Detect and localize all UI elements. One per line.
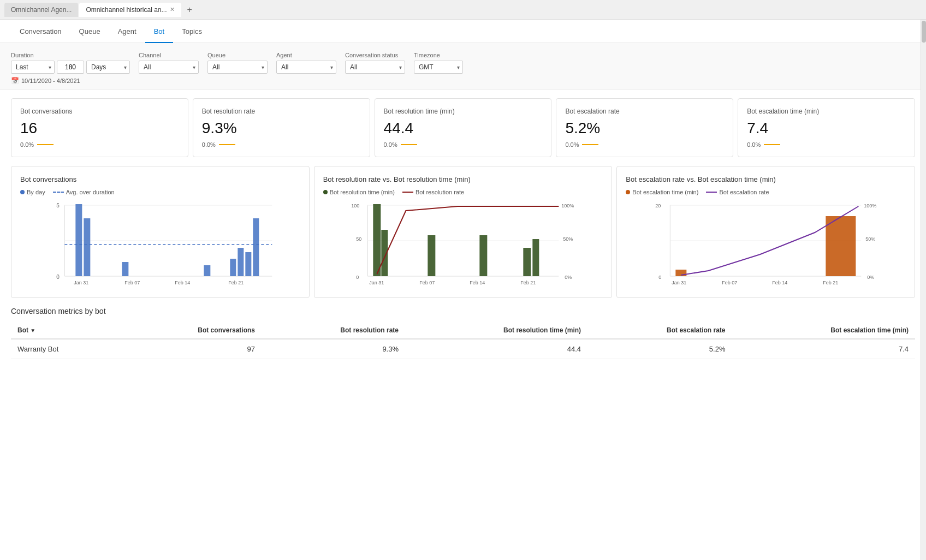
queue-select[interactable]: All — [207, 61, 268, 74]
table-section: Conversation metrics by bot Bot ▼ Bot co… — [0, 307, 926, 370]
conversation-status-select[interactable]: All — [345, 61, 405, 74]
kpi-trend-line-2 — [219, 144, 235, 145]
cell-bot-escalation-rate: 5.2% — [587, 339, 732, 359]
legend-resolution-rate-line: Bot resolution rate — [402, 189, 464, 195]
chart-resolution-svg: 100 50 0 100% 50% 0% — [323, 200, 603, 287]
filter-duration: Duration Last Days — [11, 52, 130, 74]
metrics-table: Bot ▼ Bot conversations Bot resolution r… — [11, 322, 915, 359]
tab-agent[interactable]: Agent — [109, 20, 145, 43]
legend-resolution-time-label: Bot resolution time (min) — [330, 189, 395, 195]
svg-text:0%: 0% — [868, 275, 875, 280]
filter-conversation-status-label: Conversation status — [345, 52, 405, 58]
legend-escalation-rate-color — [706, 192, 717, 193]
legend-avg-dash — [53, 192, 64, 193]
sort-icon-bot[interactable]: ▼ — [30, 327, 35, 333]
duration-prefix-wrapper: Last — [11, 61, 55, 74]
svg-rect-9 — [122, 262, 128, 276]
legend-resolution-time-dot: Bot resolution time (min) — [323, 189, 395, 195]
legend-escalation-rate-label: Bot escalation rate — [719, 189, 769, 195]
chart-resolution-rate-time-title: Bot resolution rate vs. Bot resolution t… — [323, 175, 603, 183]
main-content: Conversation Queue Agent Bot Topics Dura… — [0, 20, 926, 560]
new-tab-button[interactable]: + — [182, 5, 196, 15]
svg-text:Feb 07: Feb 07 — [124, 280, 140, 285]
tab-1[interactable]: Omnichannel Agen... — [4, 3, 78, 17]
channel-select[interactable]: All — [139, 61, 199, 74]
filter-agent: Agent All — [276, 52, 336, 74]
svg-rect-13 — [245, 252, 251, 276]
col-header-resolution-time: Bot resolution time (min) — [405, 322, 587, 339]
kpi-bot-conversations-value: 16 — [20, 120, 179, 137]
tab-2-close[interactable]: ✕ — [170, 6, 175, 13]
kpi-trend-line-3 — [401, 144, 417, 145]
chart-bot-conversations-title: Bot conversations — [20, 175, 300, 183]
filter-duration-controls: Last Days — [11, 61, 130, 74]
chart-escalation-rate-time: Bot escalation rate vs. Bot escalation t… — [616, 166, 915, 298]
svg-rect-33 — [523, 248, 531, 276]
tab-conversation[interactable]: Conversation — [11, 20, 70, 43]
legend-by-day-label: By day — [27, 189, 45, 195]
kpi-bot-conversations: Bot conversations 16 0.0% — [11, 98, 188, 157]
svg-text:0: 0 — [356, 275, 359, 280]
svg-rect-10 — [204, 265, 210, 276]
table-header-row: Bot ▼ Bot conversations Bot resolution r… — [11, 322, 915, 339]
table-row: Warranty Bot 97 9.3% 44.4 5.2% 7.4 — [11, 339, 915, 359]
svg-text:50%: 50% — [866, 236, 876, 242]
svg-text:100%: 100% — [561, 203, 574, 208]
col-header-bot: Bot ▼ — [11, 322, 120, 339]
legend-escalation-time-label: Bot escalation time (min) — [632, 189, 698, 195]
cell-bot-resolution-rate: 9.3% — [262, 339, 405, 359]
svg-text:Feb 07: Feb 07 — [722, 280, 738, 285]
scrollbar-thumb[interactable] — [922, 21, 926, 43]
filters-section: Duration Last Days — [0, 43, 926, 90]
svg-text:50%: 50% — [563, 236, 573, 242]
svg-text:50: 50 — [356, 236, 361, 242]
svg-text:100: 100 — [351, 203, 359, 208]
kpi-bot-conversations-footer: 0.0% — [20, 141, 179, 148]
kpi-bot-escalation-rate-title: Bot escalation rate — [565, 108, 724, 115]
scrollbar-track[interactable] — [921, 20, 926, 560]
svg-text:Feb 14: Feb 14 — [773, 280, 788, 285]
duration-prefix-select[interactable]: Last — [11, 61, 55, 74]
table-header: Bot ▼ Bot conversations Bot resolution r… — [11, 322, 915, 339]
kpi-bot-escalation-rate-trend: 0.0% — [565, 141, 579, 148]
filter-queue: Queue All — [207, 52, 268, 74]
svg-text:Jan 31: Jan 31 — [672, 280, 687, 285]
chart-bot-conversations-legend: By day Avg. over duration — [20, 189, 300, 195]
kpi-bot-escalation-time-trend: 0.0% — [747, 141, 761, 148]
tab-2[interactable]: Omnichannel historical an... ✕ — [79, 3, 181, 17]
kpi-bot-resolution-time-footer: 0.0% — [384, 141, 543, 148]
svg-text:Feb 07: Feb 07 — [419, 280, 435, 285]
svg-rect-8 — [84, 218, 90, 276]
chart-bot-conversations-svg: 5 0 — [20, 200, 300, 287]
chart-resolution-rate-time-legend: Bot resolution time (min) Bot resolution… — [323, 189, 603, 195]
svg-rect-29 — [373, 204, 381, 276]
col-bot-label: Bot — [17, 326, 28, 334]
tab-bot[interactable]: Bot — [145, 20, 174, 43]
kpi-bot-escalation-rate-footer: 0.0% — [565, 141, 724, 148]
kpi-bot-resolution-time-trend: 0.0% — [384, 141, 397, 148]
col-header-resolution-rate: Bot resolution rate — [262, 322, 405, 339]
duration-unit-select[interactable]: Days — [86, 61, 130, 74]
kpi-section: Bot conversations 16 0.0% Bot resolution… — [0, 90, 926, 166]
kpi-bot-escalation-rate: Bot escalation rate 5.2% 0.0% — [556, 98, 733, 157]
svg-rect-34 — [532, 239, 539, 276]
kpi-bot-escalation-time: Bot escalation time (min) 7.4 0.0% — [738, 98, 915, 157]
chart-escalation-rate-time-legend: Bot escalation time (min) Bot escalation… — [626, 189, 906, 195]
kpi-bot-escalation-time-footer: 0.0% — [747, 141, 906, 148]
kpi-bot-resolution-rate: Bot resolution rate 9.3% 0.0% — [193, 98, 370, 157]
duration-amount-input[interactable] — [57, 61, 84, 74]
timezone-select[interactable]: GMT — [414, 61, 463, 74]
legend-escalation-time-dot: Bot escalation time (min) — [626, 189, 698, 195]
svg-rect-11 — [230, 259, 236, 276]
chart-escalation-rate-time-title: Bot escalation rate vs. Bot escalation t… — [626, 175, 906, 183]
kpi-bot-escalation-time-title: Bot escalation time (min) — [747, 108, 906, 115]
date-range-text: 10/11/2020 - 4/8/2021 — [21, 78, 80, 84]
conversation-status-wrapper: All — [345, 61, 405, 74]
svg-rect-49 — [826, 216, 856, 276]
agent-select[interactable]: All — [276, 61, 336, 74]
table-title: Conversation metrics by bot — [11, 307, 915, 315]
tab-topics[interactable]: Topics — [173, 20, 211, 43]
tab-queue[interactable]: Queue — [70, 20, 109, 43]
legend-escalation-time-color — [626, 190, 630, 194]
cell-bot-name: Warranty Bot — [11, 339, 120, 359]
